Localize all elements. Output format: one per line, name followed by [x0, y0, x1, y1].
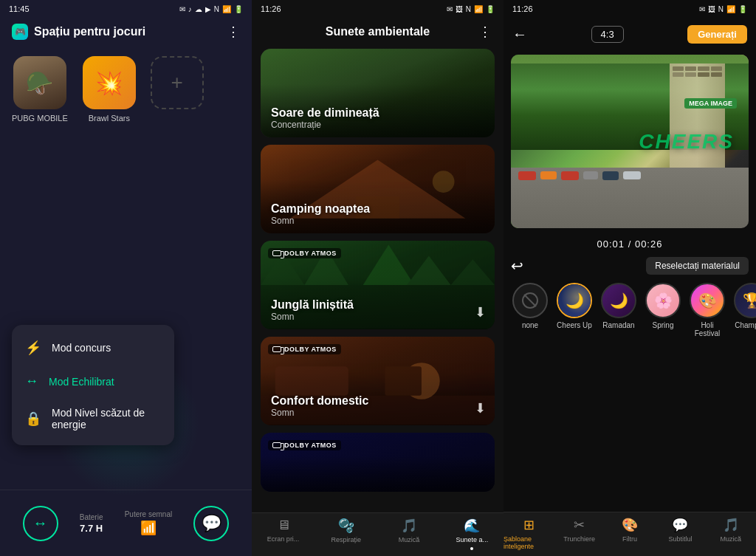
undo-button[interactable]: ↩ — [511, 257, 523, 275]
wifi-icon: 📶 — [222, 5, 231, 13]
nav-subtitlul[interactable]: 💬 Subtitlul — [655, 517, 705, 550]
status-bar-1: 11:45 ✉ ♪ ☁ ▶ N 📶 🔋 — [0, 0, 252, 18]
nav-ecran[interactable]: 🖥 Ecran pri... — [252, 518, 315, 550]
filter-champion[interactable]: 🏆 Champion — [732, 283, 756, 337]
svg-point-2 — [433, 171, 455, 193]
nav-muzica[interactable]: 🎵 Muzică — [378, 518, 441, 550]
cloud-icon: ☁ — [195, 5, 202, 13]
camping-sub: Somn — [271, 216, 370, 226]
header-menu-dots[interactable]: ⋮ — [227, 24, 240, 40]
jungla-content: Junglă liniștită Somn — [271, 298, 354, 322]
nav-trunchiere[interactable]: ✂ Trunchiere — [554, 517, 604, 550]
champion-circle: 🏆 — [734, 283, 756, 318]
game-space-logo: 🎮 — [12, 24, 28, 40]
back-button[interactable]: ← — [512, 26, 527, 43]
nav-sabloane[interactable]: ⊞ Șabloane inteligente — [504, 517, 554, 550]
champion-label: Champion — [735, 321, 756, 329]
status-time-1: 11:45 — [9, 4, 30, 13]
trunchiere-icon: ✂ — [574, 517, 585, 533]
road-area — [511, 168, 749, 228]
confort-download-icon[interactable]: ⬇ — [475, 400, 486, 416]
games-grid: 🪖 PUBG MOBILE 💥 Brawl Stars + — [0, 49, 252, 130]
ambient-title: Sunete ambientale — [326, 25, 430, 38]
msg3-icon: ✉ — [699, 5, 705, 13]
filter-strip: none 🌙 Cheers Up 🌙 Ramadan 🌸 Spring 🎨 — [504, 280, 756, 340]
add-game-button[interactable]: + — [151, 56, 204, 109]
ratio-selector[interactable]: 4:3 — [591, 26, 624, 43]
building-art — [670, 64, 725, 176]
filtru-label: Filtru — [622, 535, 637, 543]
building-windows — [670, 64, 725, 80]
signal-info: Putere semnal 📶 — [125, 510, 172, 536]
status-bar-2: 11:26 ✉ 🖼 N 📶 🔋 — [252, 0, 504, 18]
ambient-menu-dots[interactable]: ⋮ — [478, 24, 492, 40]
respiratie-label: Respirație — [331, 536, 362, 543]
store-sign: MEGA IMAGE — [684, 98, 737, 109]
confort-title: Confort domestic — [271, 394, 368, 408]
filter-holi[interactable]: 🎨 Holi Festival — [688, 283, 726, 337]
jungla-sub: Somn — [271, 312, 354, 322]
cheers-circle: 🌙 — [557, 283, 592, 318]
svg-marker-6 — [407, 255, 450, 285]
reselect-button[interactable]: Reselectați materialul — [646, 257, 749, 275]
holi-label: Holi Festival — [688, 321, 726, 337]
ramadan-preview: 🌙 — [610, 292, 628, 309]
video-background: MEGA IMAGE CHEERS — [511, 55, 749, 228]
filter-none[interactable]: none — [511, 283, 549, 337]
soare-title: Soare de dimineață — [271, 106, 379, 120]
svg-marker-8 — [451, 259, 495, 285]
sound-card-camping[interactable]: Camping noaptea Somn — [261, 145, 495, 233]
chat-btn[interactable]: 💬 — [193, 506, 229, 541]
sound-card-confort[interactable]: DOLBY ATMOS Confort domestic Somn ⬇ — [261, 337, 495, 425]
signal-icon: N — [214, 5, 219, 13]
respiratie-icon: 🫧 — [338, 518, 354, 534]
confort-content: Confort domestic Somn — [271, 394, 368, 418]
ambient-sounds-panel: 11:26 ✉ 🖼 N 📶 🔋 Sunete ambientale ⋮ Soar… — [252, 0, 504, 556]
sound-card-soare[interactable]: Soare de dimineață Concentrație — [261, 49, 495, 137]
nav-sunete[interactable]: 🌊 Sunete a... — [441, 518, 504, 550]
camping-title: Camping noaptea — [271, 202, 370, 216]
timeline-section: 00:01 / 00:26 — [504, 233, 756, 252]
wifi2-icon: 📶 — [474, 5, 483, 13]
nav-muzica-editor[interactable]: 🎵 Muzică — [706, 517, 756, 550]
music-icon: ♪ — [188, 5, 192, 13]
dolby-badge-confort: DOLBY ATMOS — [268, 344, 341, 354]
game-item-brawl[interactable]: 💥 Brawl Stars — [83, 56, 136, 123]
battery-value: 7.7 H — [80, 523, 103, 534]
echilibrat-label: Mod Echilibrat — [49, 376, 114, 388]
nav-respiratie[interactable]: 🫧 Respirație — [315, 518, 377, 550]
status-icons-3: ✉ 🖼 N 📶 🔋 — [699, 5, 747, 13]
img2-icon: 🖼 — [456, 5, 463, 13]
camping-content: Camping noaptea Somn — [271, 202, 370, 226]
holi-circle: 🎨 — [690, 283, 725, 318]
mode-nivel-scazut[interactable]: 🔒 Mod Nivel scăzut de energie — [12, 398, 174, 439]
mode-echilibrat[interactable]: ↔ Mod Echilibrat — [12, 365, 174, 398]
nav-filtru[interactable]: 🎨 Filtru — [605, 517, 655, 550]
game-item-pubg[interactable]: 🪖 PUBG MOBILE — [12, 56, 68, 123]
muzica-label: Muzică — [399, 536, 420, 543]
jungla-title: Junglă liniștită — [271, 298, 354, 312]
mode-concurs[interactable]: ⚡ Mod concurs — [12, 331, 174, 365]
add-game-item[interactable]: + — [151, 56, 204, 123]
sound-card-jungla[interactable]: DOLBY ATMOS Junglă liniștită Somn ⬇ — [261, 241, 495, 329]
sabloane-icon: ⊞ — [523, 517, 535, 533]
jungla-download-icon[interactable]: ⬇ — [475, 304, 486, 320]
pubg-label: PUBG MOBILE — [12, 114, 68, 123]
filter-cheers-up[interactable]: 🌙 Cheers Up — [555, 283, 594, 337]
filter-spring[interactable]: 🌸 Spring — [644, 283, 682, 337]
main-action-btn[interactable]: ↔ — [23, 506, 58, 541]
spring-preview: 🌸 — [654, 292, 673, 309]
soare-content: Soare de dimineață Concentrație — [271, 106, 379, 130]
subtitlul-label: Subtitlul — [668, 535, 692, 543]
ramadan-label: Ramadan — [602, 321, 634, 329]
generate-button[interactable]: Generați — [687, 25, 747, 44]
sound-card-rain[interactable]: DOLBY ATMOS — [261, 433, 495, 492]
sunete-label: Sunete a... — [456, 536, 489, 543]
dolby-badge-rain: DOLBY ATMOS — [268, 440, 341, 450]
none-icon — [521, 292, 539, 309]
echilibrat-icon: ↔ — [25, 374, 38, 389]
none-label: none — [522, 321, 538, 329]
filter-ramadan[interactable]: 🌙 Ramadan — [599, 283, 638, 337]
brawl-icon: 💥 — [83, 56, 136, 109]
filtru-icon: 🎨 — [622, 517, 638, 533]
